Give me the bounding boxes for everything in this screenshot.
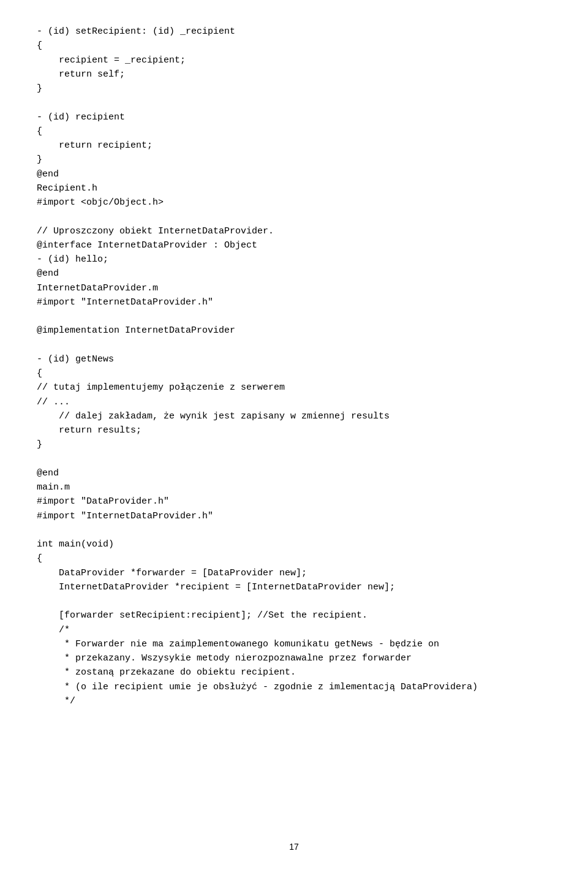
page-number: 17 <box>289 842 299 852</box>
code-content: - (id) setRecipient: (id) _recipient { r… <box>37 25 551 793</box>
page-container: - (id) setRecipient: (id) _recipient { r… <box>0 0 588 830</box>
page-footer: 17 <box>0 830 588 870</box>
